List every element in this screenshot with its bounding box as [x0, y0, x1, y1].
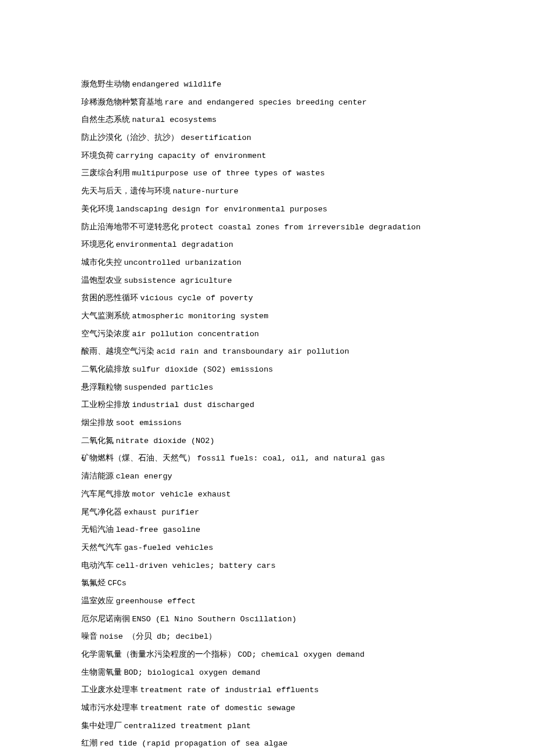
vocabulary-entry: 先天与后天，遗传与环境 nature-nurture — [81, 182, 453, 200]
english-term: COD; chemical oxygen demand — [237, 650, 365, 659]
vocabulary-entry: 噪音 noise （分贝 db; decibel） — [81, 628, 453, 646]
english-term: BOD; biological oxygen demand — [124, 668, 260, 677]
chinese-term: 大气监测系统 — [81, 311, 130, 320]
vocabulary-entry: 三废综合利用 multipurpose use of three types o… — [81, 164, 453, 182]
chinese-term: 生物需氧量 — [81, 668, 122, 676]
chinese-term: 二氧化氮 — [81, 436, 114, 445]
chinese-term: 自然生态系统 — [81, 115, 130, 124]
vocabulary-entry: 二氧化硫排放 sulfur dioxide (SO2) emissions — [81, 361, 453, 379]
english-term: rare and endangered species breeding cen… — [164, 98, 366, 107]
english-term: noise （分贝 db; decibel） — [99, 632, 217, 641]
chinese-term: 噪音 — [81, 632, 98, 640]
english-term: industrial dust discharged — [132, 401, 254, 409]
vocabulary-entry: 贫困的恶性循环 vicious cycle of poverty — [81, 289, 453, 307]
chinese-term: 厄尔尼诺南徊 — [81, 614, 130, 623]
english-term: greenhouse effect — [116, 597, 196, 606]
english-term: fossil fuels: coal, oil, and natural gas — [197, 454, 385, 463]
vocabulary-entry: 二氧化氮 nitrate dioxide (NO2) — [81, 432, 453, 450]
english-term: sulfur dioxide (SO2) emissions — [132, 365, 273, 374]
english-term: centralized treatment plant — [124, 722, 251, 730]
english-term: environmental degradation — [116, 240, 233, 249]
chinese-term: 防止沙漠化（治沙、抗沙） — [81, 133, 179, 142]
chinese-term: 濒危野生动物 — [81, 80, 130, 88]
vocabulary-entry: 城市化失控 uncontrolled urbanization — [81, 254, 453, 272]
english-term: lead-free gasoline — [116, 525, 200, 534]
english-term: uncontrolled urbanization — [124, 258, 241, 267]
vocabulary-entry: 氯氟烃 CFCs — [81, 574, 453, 592]
english-term: red tide (rapid propagation of sea algae — [99, 739, 287, 748]
vocabulary-entry: 清洁能源 clean energy — [81, 467, 453, 485]
english-term: nature-nurture — [172, 187, 238, 196]
english-term: nitrate dioxide (NO2) — [116, 437, 214, 445]
english-term: cell-driven vehicles; battery cars — [116, 561, 275, 570]
english-term: acid rain and transboundary air pollutio… — [156, 347, 349, 356]
english-term: vicious cycle of poverty — [140, 294, 252, 303]
english-term: subsistence agriculture — [124, 276, 232, 285]
vocabulary-entry: 工业废水处理率 treatment rate of industrial eff… — [81, 681, 453, 699]
chinese-term: 氯氟烃 — [81, 578, 106, 587]
vocabulary-entry: 城市污水处理率 treatment rate of domestic sewag… — [81, 699, 453, 717]
chinese-term: 电动汽车 — [81, 561, 114, 570]
english-term: treatment rate of industrial effluents — [140, 686, 319, 694]
vocabulary-entry: 天然气汽车 gas-fueled vehicles — [81, 539, 453, 557]
chinese-term: 化学需氧量（衡量水污染程度的一个指标） — [81, 650, 236, 658]
vocabulary-entry: 红潮 red tide (rapid propagation of sea al… — [81, 735, 453, 753]
chinese-term: 工业废水处理率 — [81, 685, 138, 694]
english-term: treatment rate of domestic sewage — [140, 704, 295, 712]
english-term: multipurpose use of three types of waste… — [132, 169, 324, 178]
chinese-term: 矿物燃料（煤、石油、天然气） — [81, 453, 195, 462]
vocabulary-entry: 烟尘排放 soot emissions — [81, 414, 453, 432]
english-term: desertification — [181, 134, 251, 142]
vocabulary-entry: 电动汽车 cell-driven vehicles; battery cars — [81, 557, 453, 575]
english-term: atmospheric monitoring system — [132, 312, 268, 321]
vocabulary-entry: 无铅汽油 lead-free gasoline — [81, 521, 453, 539]
vocabulary-entry: 环境恶化 environmental degradation — [81, 236, 453, 254]
chinese-term: 无铅汽油 — [81, 525, 114, 534]
english-term: gas-fueled vehicles — [124, 543, 213, 552]
english-term: endangered wildlife — [132, 80, 221, 89]
chinese-term: 空气污染浓度 — [81, 329, 130, 338]
chinese-term: 二氧化硫排放 — [81, 365, 130, 373]
chinese-term: 清洁能源 — [81, 471, 114, 480]
english-term: natural ecosystems — [132, 116, 217, 124]
vocabulary-entry: 温室效应 greenhouse effect — [81, 592, 453, 610]
english-term: carrying capacity of environment — [116, 152, 266, 160]
chinese-term: 温室效应 — [81, 596, 114, 605]
chinese-term: 悬浮颗粒物 — [81, 383, 122, 391]
vocabulary-entry: 尾气净化器 exhaust purifier — [81, 503, 453, 521]
vocabulary-entry: 生物需氧量 BOD; biological oxygen demand — [81, 664, 453, 682]
english-term: clean energy — [116, 472, 172, 481]
vocabulary-entry: 工业粉尘排放 industrial dust discharged — [81, 396, 453, 414]
vocabulary-entry: 矿物燃料（煤、石油、天然气） fossil fuels: coal, oil, … — [81, 449, 453, 467]
vocabulary-entry: 悬浮颗粒物 suspended particles — [81, 379, 453, 397]
vocabulary-entry: 空气污染浓度 air pollution concentration — [81, 325, 453, 343]
chinese-term: 环境负荷 — [81, 151, 114, 160]
vocabulary-entry: 酸雨、越境空气污染 acid rain and transboundary ai… — [81, 343, 453, 361]
vocabulary-list: 濒危野生动物 endangered wildlife珍稀濒危物种繁育基地 rar… — [81, 75, 453, 753]
english-term: exhaust purifier — [124, 508, 199, 517]
english-term: soot emissions — [116, 419, 181, 427]
chinese-term: 城市污水处理率 — [81, 703, 138, 712]
chinese-term: 贫困的恶性循环 — [81, 293, 138, 302]
chinese-term: 珍稀濒危物种繁育基地 — [81, 98, 163, 106]
chinese-term: 工业粉尘排放 — [81, 400, 130, 409]
english-term: ENSO (El Nino Southern Oscillation) — [132, 615, 297, 624]
vocabulary-entry: 自然生态系统 natural ecosystems — [81, 111, 453, 129]
english-term: protect coastal zones from irreversible … — [181, 223, 420, 232]
chinese-term: 烟尘排放 — [81, 418, 114, 427]
english-term: motor vehicle exhaust — [132, 490, 230, 499]
vocabulary-entry: 化学需氧量（衡量水污染程度的一个指标） COD; chemical oxygen… — [81, 646, 453, 664]
chinese-term: 温饱型农业 — [81, 276, 122, 285]
chinese-term: 酸雨、越境空气污染 — [81, 347, 154, 355]
chinese-term: 天然气汽车 — [81, 543, 122, 552]
vocabulary-entry: 美化环境 landscaping design for environmenta… — [81, 200, 453, 218]
chinese-term: 集中处理厂 — [81, 721, 122, 730]
vocabulary-entry: 防止沿海地带不可逆转恶化 protect coastal zones from … — [81, 218, 453, 236]
vocabulary-entry: 汽车尾气排放 motor vehicle exhaust — [81, 485, 453, 503]
chinese-term: 汽车尾气排放 — [81, 489, 130, 498]
vocabulary-entry: 濒危野生动物 endangered wildlife — [81, 75, 453, 93]
chinese-term: 先天与后天，遗传与环境 — [81, 186, 171, 195]
chinese-term: 城市化失控 — [81, 258, 122, 267]
english-term: air pollution concentration — [132, 330, 259, 339]
chinese-term: 红潮 — [81, 739, 98, 747]
